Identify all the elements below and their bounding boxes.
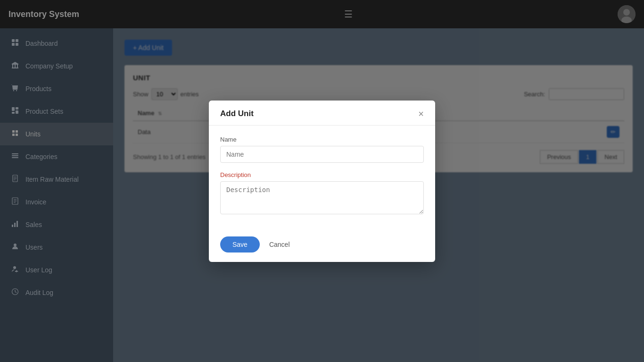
modal-close-button[interactable]: × [418,109,424,118]
description-field-group: Description [220,171,424,216]
name-input[interactable] [220,146,424,163]
modal-header: Add Unit × [209,101,435,126]
modal-body: Name Description [209,126,435,232]
name-label: Name [220,136,424,143]
description-textarea[interactable] [220,181,424,214]
modal-overlay: Add Unit × Name Description Save Cancel [0,0,644,362]
name-field-group: Name [220,136,424,163]
save-button[interactable]: Save [220,236,260,253]
description-label: Description [220,171,424,178]
modal-title: Add Unit [220,109,254,118]
modal-footer: Save Cancel [209,232,435,262]
cancel-button[interactable]: Cancel [264,236,295,253]
add-unit-modal: Add Unit × Name Description Save Cancel [209,101,435,262]
